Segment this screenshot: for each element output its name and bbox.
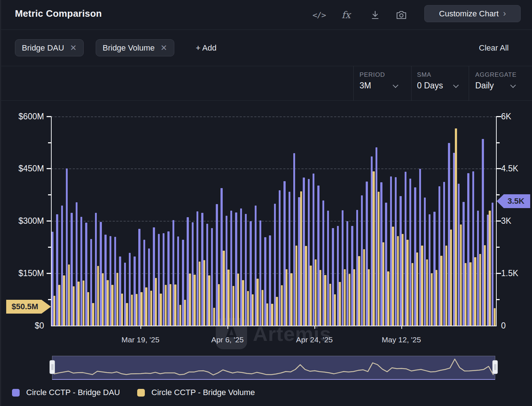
- bar-bridge-dau[interactable]: [80, 217, 82, 326]
- bar-bridge-dau[interactable]: [429, 214, 430, 326]
- bar-bridge-volume[interactable]: [397, 236, 399, 326]
- chip-bridge-dau-remove-icon[interactable]: ✕: [70, 43, 76, 53]
- bar-bridge-dau[interactable]: [400, 196, 401, 326]
- bar-bridge-volume[interactable]: [126, 303, 128, 326]
- bar-bridge-dau[interactable]: [467, 173, 469, 326]
- bar-bridge-volume[interactable]: [97, 266, 99, 326]
- bar-bridge-volume[interactable]: [227, 270, 229, 326]
- aggregate-dropdown[interactable]: AGGREGATE Daily: [475, 71, 517, 91]
- bar-bridge-volume[interactable]: [378, 192, 380, 326]
- bar-bridge-dau[interactable]: [216, 204, 218, 326]
- bar-bridge-dau[interactable]: [477, 211, 479, 326]
- bar-bridge-volume[interactable]: [83, 280, 84, 326]
- bar-bridge-dau[interactable]: [148, 248, 150, 326]
- bar-bridge-dau[interactable]: [351, 226, 353, 326]
- formula-icon[interactable]: fx: [338, 7, 354, 23]
- bar-bridge-dau[interactable]: [482, 139, 484, 326]
- bar-bridge-volume[interactable]: [469, 262, 471, 326]
- bar-bridge-volume[interactable]: [281, 285, 283, 326]
- bar-bridge-dau[interactable]: [226, 216, 227, 326]
- bar-bridge-dau[interactable]: [462, 202, 464, 326]
- bar-bridge-dau[interactable]: [221, 188, 222, 326]
- bar-bridge-volume[interactable]: [223, 251, 225, 326]
- bar-bridge-dau[interactable]: [366, 182, 368, 326]
- bar-bridge-dau[interactable]: [196, 211, 198, 326]
- bar-bridge-dau[interactable]: [66, 168, 68, 326]
- bar-bridge-dau[interactable]: [376, 147, 377, 326]
- bar-bridge-volume[interactable]: [363, 249, 365, 326]
- bar-bridge-volume[interactable]: [334, 294, 336, 326]
- bar-bridge-volume[interactable]: [218, 284, 220, 326]
- bar-bridge-dau[interactable]: [134, 256, 135, 326]
- bar-bridge-volume[interactable]: [63, 275, 65, 326]
- bar-bridge-dau[interactable]: [283, 181, 285, 326]
- bar-bridge-volume[interactable]: [53, 296, 55, 326]
- bar-bridge-volume[interactable]: [131, 295, 133, 326]
- bar-bridge-dau[interactable]: [472, 171, 474, 326]
- bar-bridge-volume[interactable]: [189, 274, 191, 326]
- bar-bridge-dau[interactable]: [100, 222, 102, 326]
- chip-bridge-volume[interactable]: Bridge Volume ✕: [96, 39, 174, 56]
- bar-bridge-dau[interactable]: [90, 239, 92, 326]
- bar-bridge-volume[interactable]: [358, 256, 360, 326]
- bar-bridge-dau[interactable]: [235, 212, 237, 326]
- bar-bridge-dau[interactable]: [424, 198, 426, 326]
- range-navigator[interactable]: [52, 356, 495, 380]
- bar-bridge-volume[interactable]: [324, 275, 326, 326]
- bar-bridge-volume[interactable]: [436, 270, 437, 326]
- bar-bridge-volume[interactable]: [233, 286, 234, 326]
- bar-bridge-dau[interactable]: [409, 179, 411, 326]
- navigator-handle-left[interactable]: [49, 360, 55, 374]
- bar-bridge-dau[interactable]: [371, 156, 373, 326]
- bar-bridge-dau[interactable]: [95, 213, 97, 326]
- customize-chart-button[interactable]: Customize Chart ›: [424, 5, 521, 22]
- bar-bridge-volume[interactable]: [150, 291, 152, 326]
- bar-bridge-dau[interactable]: [119, 256, 121, 326]
- bar-bridge-dau[interactable]: [438, 186, 440, 326]
- chart-plot[interactable]: [51, 116, 496, 326]
- bar-bridge-dau[interactable]: [298, 197, 300, 326]
- bar-bridge-dau[interactable]: [211, 228, 213, 326]
- bar-bridge-volume[interactable]: [58, 285, 60, 326]
- bar-bridge-volume[interactable]: [252, 294, 254, 326]
- bar-bridge-dau[interactable]: [201, 213, 203, 326]
- bar-bridge-dau[interactable]: [85, 223, 87, 326]
- bar-bridge-dau[interactable]: [56, 214, 58, 326]
- bar-bridge-volume[interactable]: [170, 284, 171, 326]
- bar-bridge-volume[interactable]: [382, 242, 384, 326]
- bar-bridge-dau[interactable]: [71, 213, 72, 326]
- bar-bridge-volume[interactable]: [165, 285, 167, 326]
- bar-bridge-volume[interactable]: [392, 227, 394, 326]
- bar-bridge-dau[interactable]: [313, 174, 314, 326]
- bar-bridge-dau[interactable]: [264, 237, 266, 326]
- bar-bridge-volume[interactable]: [262, 290, 263, 326]
- bar-bridge-dau[interactable]: [158, 234, 160, 326]
- bar-bridge-volume[interactable]: [140, 292, 142, 326]
- bar-bridge-volume[interactable]: [450, 230, 452, 326]
- bar-bridge-volume[interactable]: [203, 260, 205, 326]
- bar-bridge-volume[interactable]: [484, 245, 486, 326]
- bar-bridge-dau[interactable]: [104, 235, 106, 326]
- bar-bridge-volume[interactable]: [116, 273, 118, 326]
- sma-dropdown[interactable]: SMA 0 Days: [417, 71, 457, 91]
- bar-bridge-dau[interactable]: [433, 212, 435, 326]
- bar-bridge-volume[interactable]: [184, 300, 186, 326]
- bar-bridge-dau[interactable]: [443, 182, 445, 326]
- bar-bridge-volume[interactable]: [431, 273, 433, 326]
- bar-bridge-volume[interactable]: [300, 191, 302, 326]
- bar-bridge-volume[interactable]: [349, 274, 350, 326]
- bar-bridge-volume[interactable]: [455, 128, 457, 326]
- bar-bridge-volume[interactable]: [479, 254, 481, 326]
- download-icon[interactable]: [367, 7, 383, 23]
- bar-bridge-volume[interactable]: [92, 303, 94, 326]
- bar-bridge-dau[interactable]: [303, 178, 305, 326]
- bar-bridge-volume[interactable]: [286, 269, 287, 326]
- bar-bridge-dau[interactable]: [114, 237, 116, 326]
- bar-bridge-dau[interactable]: [153, 227, 155, 326]
- bar-bridge-volume[interactable]: [194, 275, 195, 326]
- bar-bridge-dau[interactable]: [458, 184, 460, 326]
- bar-bridge-dau[interactable]: [61, 206, 63, 326]
- bar-bridge-dau[interactable]: [487, 215, 489, 326]
- bar-bridge-dau[interactable]: [250, 221, 251, 326]
- bar-bridge-volume[interactable]: [87, 292, 89, 326]
